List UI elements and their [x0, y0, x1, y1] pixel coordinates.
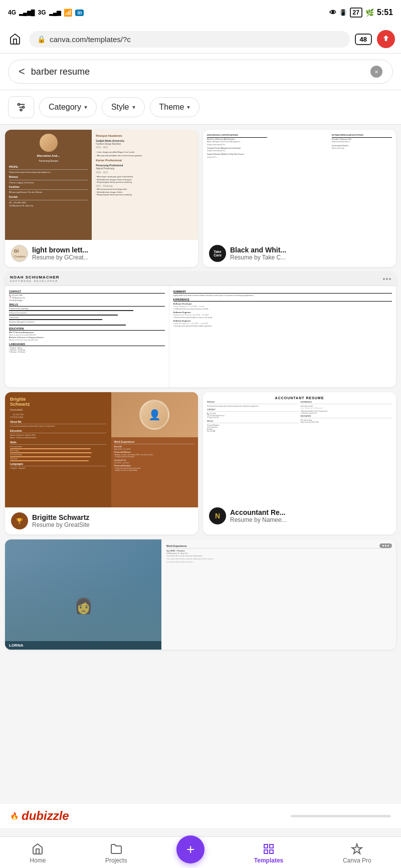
template-meta-1: light brown lett... Resume by GCreat... [32, 246, 192, 261]
style-label: Style [111, 103, 129, 112]
clear-search-button[interactable]: × [370, 66, 382, 78]
svg-rect-7 [270, 844, 273, 848]
template-meta-2: Black and Whit... Resume by Take C... [230, 246, 390, 261]
template-title-5: Accountant Re... [230, 508, 390, 516]
upload-button[interactable] [377, 30, 395, 48]
canva-pro-nav-icon [351, 843, 363, 855]
theme-label: Theme [159, 103, 184, 112]
svg-point-4 [23, 106, 25, 108]
url-bar[interactable]: 🔒 canva.com/templates/?c [29, 31, 350, 48]
home-browser-button[interactable] [6, 30, 24, 48]
leaf-icon: 🌿 [365, 9, 374, 17]
template-author-2: Resume by Take C... [230, 254, 390, 261]
template-card-5[interactable]: ACCOUNTANT RESUME PROFILE Professional a… [203, 392, 396, 534]
signal-bars-2: ▂▄▆ [49, 10, 61, 16]
back-button[interactable]: < [19, 65, 25, 78]
chevron-down-icon-3: ▾ [187, 104, 190, 111]
svg-rect-6 [264, 844, 268, 848]
theme-dropdown[interactable]: Theme ▾ [150, 97, 200, 117]
template-author-5: Resume by Namee... [230, 516, 390, 523]
watermark-logo: dubizzle [22, 809, 69, 823]
chevron-down-icon: ▾ [84, 104, 87, 111]
svg-point-3 [18, 104, 20, 106]
template-avatar-2: TakeCare [209, 245, 226, 262]
svg-point-5 [20, 109, 22, 111]
template-info-1: GiCreative light brown lett... Resume by… [5, 240, 198, 267]
projects-nav-label: Projects [105, 857, 127, 864]
template-avatar-4: 🏆 [11, 512, 28, 529]
template-author-4: Resume by GreatSite [32, 521, 192, 528]
template-author-1: Resume by GCreat... [32, 254, 192, 261]
status-bar: 4G ▂▄▆█ 3G ▂▄▆ 📶 in 👁 📳 27 🌿 5:51 [0, 0, 401, 25]
template-info-4: 🏆 Brigitte Schwartz Resume by GreatSite [5, 507, 198, 534]
template-preview-6: 👩 LORNA Work Experience Jan 2022 – Prese… [5, 539, 396, 650]
add-button[interactable]: + [176, 835, 205, 863]
template-preview-3: NOAH SCHUMACHER SOFTWARE DEVELOPER CONTA… [5, 272, 396, 387]
template-meta-4: Brigitte Schwartz Resume by GreatSite [32, 513, 192, 528]
templates-section: Marceline And... Perancang Busana PROFIL… [0, 125, 401, 655]
nav-item-projects[interactable]: Projects [95, 841, 137, 866]
watermark-progress-bar [291, 815, 391, 817]
templates-grid: Marceline And... Perancang Busana PROFIL… [5, 130, 396, 650]
svg-rect-8 [264, 850, 268, 853]
filter-icon-button[interactable] [8, 96, 34, 118]
search-bar[interactable]: < barber resume × [8, 60, 393, 84]
template-card-6[interactable]: 👩 LORNA Work Experience Jan 2022 – Prese… [5, 539, 396, 650]
projects-nav-icon [110, 843, 122, 855]
battery-indicator: 27 [350, 8, 362, 18]
nav-item-canva-pro[interactable]: Canva Pro [333, 841, 381, 866]
category-label: Category [49, 103, 81, 112]
templates-nav-label: Templates [254, 857, 283, 864]
template-card-4[interactable]: BrigitteSchwartz Accountant 📞 123-456-78… [5, 392, 198, 534]
template-card-3[interactable]: NOAH SCHUMACHER SOFTWARE DEVELOPER CONTA… [5, 272, 396, 387]
templates-nav-icon [263, 843, 275, 855]
template-avatar-5: N [209, 507, 226, 524]
template-preview-2: EDUCATION & CERTIFICATIONS Bachelor of B… [203, 130, 396, 240]
avatar-text: GiCreative [14, 248, 25, 258]
template-title-4: Brigitte Schwartz [32, 513, 192, 521]
filter-bar: Category ▾ Style ▾ Theme ▾ [0, 90, 401, 125]
template-preview-1: Marceline And... Perancang Busana PROFIL… [5, 130, 198, 240]
style-dropdown[interactable]: Style ▾ [102, 97, 145, 117]
nav-item-home[interactable]: Home [20, 841, 56, 866]
wifi-icon: 📶 [64, 9, 72, 17]
watermark-bar: 🔥 dubizzle [0, 804, 401, 828]
template-card-2[interactable]: EDUCATION & CERTIFICATIONS Bachelor of B… [203, 130, 396, 267]
chevron-down-icon-2: ▾ [132, 104, 135, 111]
bottom-navigation: Home Projects + Templates Canva Pro [0, 836, 401, 868]
nav-item-templates[interactable]: Templates [244, 841, 293, 866]
plus-icon: + [186, 841, 194, 857]
time-display: 5:51 [377, 8, 393, 17]
template-avatar-1: GiCreative [11, 245, 28, 262]
4g-signal: 4G [8, 9, 16, 16]
search-input-text: barber resume [31, 67, 364, 77]
svg-rect-9 [270, 850, 273, 853]
signal-bars: ▂▄▆█ [19, 10, 35, 16]
browser-bar: 🔒 canva.com/templates/?c 48 [0, 25, 401, 54]
lock-icon: 🔒 [37, 35, 46, 43]
template-info-2: TakeCare Black and Whit... Resume by Tak… [203, 240, 396, 267]
search-section: < barber resume × [0, 54, 401, 90]
canva-pro-nav-label: Canva Pro [343, 857, 371, 864]
clear-icon: × [374, 68, 378, 76]
template-info-5: N Accountant Re... Resume by Namee... [203, 502, 396, 529]
eye-icon: 👁 [329, 9, 336, 17]
signal-indicators: 4G ▂▄▆█ 3G ▂▄▆ 📶 in [8, 9, 84, 17]
template-title-2: Black and Whit... [230, 246, 390, 254]
status-right: 👁 📳 27 🌿 5:51 [329, 8, 393, 18]
url-text: canva.com/templates/?c [50, 35, 131, 44]
template-title-1: light brown lett... [32, 246, 192, 254]
category-dropdown[interactable]: Category ▾ [39, 97, 97, 117]
home-nav-icon [32, 843, 44, 855]
vibrate-icon: 📳 [339, 9, 347, 16]
tab-count[interactable]: 48 [355, 34, 372, 45]
linkedin-icon: in [75, 10, 84, 16]
home-nav-label: Home [30, 857, 46, 864]
template-card-1[interactable]: Marceline And... Perancang Busana PROFIL… [5, 130, 198, 267]
template-preview-4: BrigitteSchwartz Accountant 📞 123-456-78… [5, 392, 198, 507]
3g-signal: 3G [38, 9, 46, 16]
template-meta-5: Accountant Re... Resume by Namee... [230, 508, 390, 523]
template-preview-5: ACCOUNTANT RESUME PROFILE Professional a… [203, 392, 396, 502]
